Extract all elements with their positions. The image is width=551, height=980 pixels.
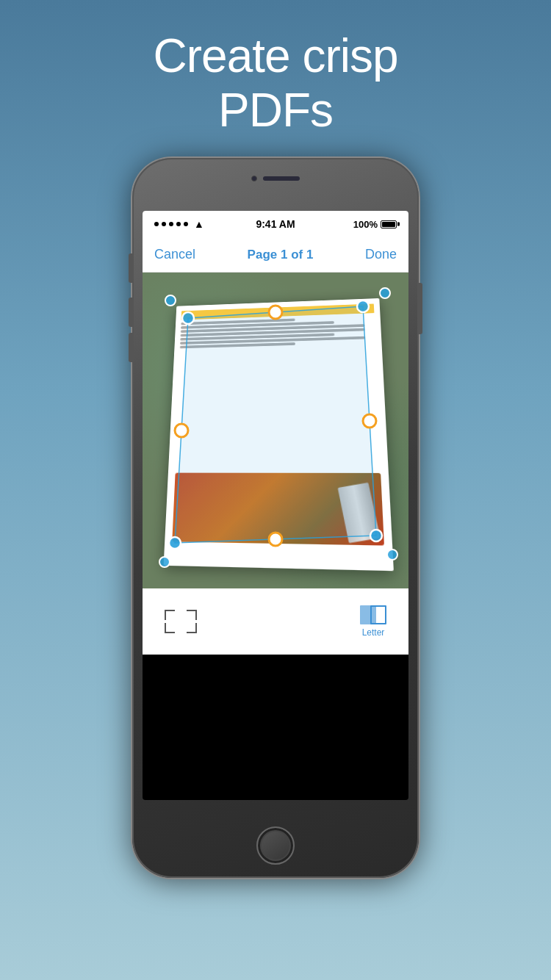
- page-title: Page 1 of 1: [248, 248, 314, 262]
- status-time: 9:41 AM: [256, 218, 295, 230]
- recipe-text: [180, 316, 376, 349]
- battery-fill: [382, 222, 395, 227]
- camera-dot: [251, 176, 257, 181]
- phone-shell: ▲ 9:41 AM 100% Cancel Page 1 of 1 Done: [132, 158, 419, 878]
- letter-label: Letter: [362, 627, 385, 638]
- status-bar: ▲ 9:41 AM 100%: [143, 211, 408, 237]
- expand-arrow-br: [187, 623, 197, 633]
- phone-screen: ▲ 9:41 AM 100% Cancel Page 1 of 1 Done: [143, 211, 408, 800]
- headline-line2: PDFs: [218, 84, 333, 137]
- expand-icon[interactable]: [165, 610, 197, 633]
- nav-bar: Cancel Page 1 of 1 Done: [143, 237, 408, 273]
- speaker-bar: [263, 176, 300, 181]
- bottom-toolbar: Letter: [143, 588, 408, 655]
- signal-dot-1: [154, 222, 159, 226]
- headline-line1: Create crisp: [154, 29, 398, 82]
- signal-dot-2: [162, 222, 166, 226]
- expand-arrow-bl: [165, 623, 175, 633]
- signal-dot-5: [184, 222, 188, 226]
- home-button[interactable]: [256, 826, 295, 865]
- phone-notch: [251, 176, 300, 181]
- expand-row-bottom: [165, 623, 197, 633]
- signal-dot-3: [169, 222, 173, 226]
- letter-pages-icon: [360, 605, 386, 624]
- battery-percent: 100%: [353, 219, 378, 230]
- headline: Create crisp PDFs: [154, 29, 398, 137]
- cancel-button[interactable]: Cancel: [154, 247, 195, 262]
- letter-size-button[interactable]: Letter: [360, 605, 386, 638]
- wifi-icon: ▲: [194, 218, 204, 230]
- expand-arrow-tl: [165, 610, 175, 620]
- scan-area: [143, 273, 408, 588]
- signal-area: ▲: [154, 218, 204, 230]
- signal-dot-4: [176, 222, 181, 226]
- food-photo: [172, 473, 384, 546]
- battery-icon: [381, 220, 397, 228]
- expand-row-top: [165, 610, 197, 620]
- letter-page-back: [360, 605, 376, 624]
- battery-area: 100%: [353, 219, 397, 230]
- expand-arrow-tr: [187, 610, 197, 620]
- phone-mockup: ▲ 9:41 AM 100% Cancel Page 1 of 1 Done: [132, 158, 419, 878]
- done-button[interactable]: Done: [365, 247, 397, 262]
- document-preview: [164, 298, 394, 571]
